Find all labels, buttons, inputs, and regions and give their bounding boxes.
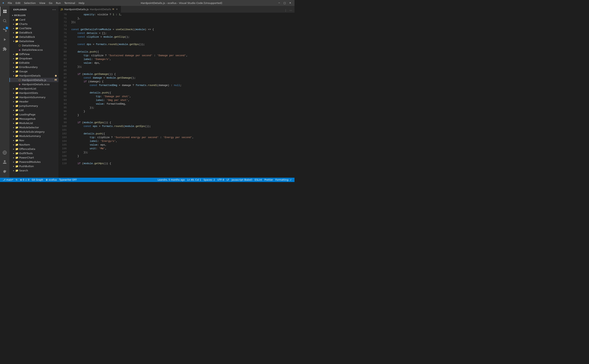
tree-item-label: ModuleSelector [19, 126, 39, 129]
status-remote[interactable]: 🖥 ocellus [44, 178, 58, 182]
sidebar-header: Explorer ··· [9, 6, 59, 13]
tree-item[interactable]: ▸📁Nav [9, 138, 59, 143]
status-errors[interactable]: ⊗ 0 ⚠ 0 [19, 178, 31, 182]
tree-item[interactable]: ▸📁ErrorBoundary [9, 65, 59, 69]
menu-help[interactable]: Help [77, 1, 86, 5]
tree-item[interactable]: ▸📁HardpointSlots [9, 91, 59, 95]
activity-explorer[interactable] [0, 7, 9, 16]
code-content[interactable]: opacity: visible ? 1 : 1, }, }); const g… [68, 13, 294, 178]
tree-item[interactable]: ▸📁LoadingPage [9, 112, 59, 117]
menu-selection[interactable]: Selection [22, 1, 37, 5]
tree-item[interactable]: ▸📁ModuleSummary [9, 134, 59, 138]
tree-item[interactable]: ▸📁ModuleSubcategory [9, 130, 59, 134]
tree-item[interactable]: ▸📁CostTable [9, 26, 59, 30]
tree-item[interactable]: ▸📁DataBlock [9, 30, 59, 35]
tree-item[interactable]: ▾📂DetailsView [9, 39, 59, 43]
tree-root[interactable]: ▾ OCELLUS [9, 13, 59, 17]
menu-run[interactable]: Run [54, 1, 62, 5]
folder-arrow: ▸ [12, 52, 15, 56]
menu-go[interactable]: Go [47, 1, 54, 5]
tree-item[interactable]: ▸📁Header [9, 99, 59, 104]
activity-remote[interactable] [0, 148, 9, 157]
menu-view[interactable]: View [38, 1, 47, 5]
line-number: 101 [59, 128, 67, 132]
tree-item[interactable]: ▸📁OutfitTools [9, 151, 59, 155]
tree-item[interactable]: ▸📁HardpointsSummary [9, 95, 59, 99]
tree-item[interactable]: ▸📁Charts [9, 22, 59, 26]
status-branch[interactable]: ⎇ main* [2, 178, 14, 182]
git-graph-label: Git Graph [32, 178, 43, 181]
tree-item[interactable]: ▸📁ModuleList [9, 121, 59, 125]
tree-item[interactable]: ⬡DetailsView.js [9, 43, 59, 48]
code-line: const eps = formats.round1(module.getEps… [71, 124, 294, 128]
tree-item[interactable]: ▸📁Search [9, 168, 59, 173]
line-number: 79 [59, 46, 67, 50]
status-linter[interactable]: ESLint [253, 178, 263, 182]
status-formatting[interactable]: Formatting: ✓ [274, 178, 293, 182]
tree-item[interactable]: ▸📁List [9, 108, 59, 112]
menu-file[interactable]: File [6, 1, 13, 5]
status-sync[interactable]: ↻ [14, 178, 19, 182]
line-number: 106 [59, 147, 67, 150]
tree-item[interactable]: ⬡HardpointDetails.jsM [9, 78, 59, 82]
folder-icon: 📁 [15, 70, 19, 73]
tree-item[interactable]: ◈DetailsView.scss [9, 48, 59, 52]
close-button[interactable]: ✕ [288, 1, 292, 5]
tree-item[interactable]: ▸📁PushButton [9, 164, 59, 168]
folder-arrow: ▸ [12, 31, 15, 34]
status-formatter[interactable]: Prettier [263, 178, 274, 182]
tree-item[interactable]: ▸📁DiffView [9, 52, 59, 56]
tree-item[interactable]: ▸📁JumpSummary [9, 104, 59, 108]
tree-item[interactable]: ▸📁Dropdown [9, 56, 59, 60]
tree-item[interactable]: ▸📁Editable [9, 60, 59, 65]
tree-item[interactable]: ▾📂HardpointDetails● [9, 73, 59, 78]
status-language[interactable]: Javascript (Babel) [230, 178, 253, 182]
activity-extensions[interactable] [0, 44, 9, 54]
line-number: 93 [59, 98, 67, 102]
status-git-graph[interactable]: Git Graph [31, 178, 44, 182]
status-encoding[interactable]: UTF-8 [216, 178, 225, 182]
tree-item[interactable]: ◈HardpointDetails.scss [9, 82, 59, 86]
tree-item[interactable]: ▸📁ModuleSelector [9, 125, 59, 130]
tree-item[interactable]: ▸📁PowerChart [9, 155, 59, 160]
tree-item[interactable]: ▸📁NavItem [9, 143, 59, 147]
menu-terminal[interactable]: Terminal [63, 1, 77, 5]
sidebar-content[interactable]: ▾ OCELLUS ▸📁Card▸📁Charts▸📁CostTable▸📁Dat… [9, 13, 59, 178]
tree-item[interactable]: ▸📁MessageHub [9, 117, 59, 121]
activity-source-control[interactable]: 1 [0, 26, 9, 35]
split-editor-button[interactable]: ⋮ [284, 8, 288, 13]
tab-close-button[interactable]: × [115, 8, 119, 11]
minimize-button[interactable]: ─ [277, 1, 282, 5]
status-user[interactable]: Leandro, 5 months ago [157, 178, 186, 182]
status-spaces[interactable]: Spaces: 2 [202, 178, 216, 182]
active-tab[interactable]: JS HardpointDetails.js HardpointDetails … [59, 6, 121, 13]
folder-icon: 📁 [15, 134, 19, 137]
folder-icon: 📁 [15, 169, 19, 172]
folder-arrow: ▸ [12, 18, 15, 21]
tree-item[interactable]: ▸📁PoweredModules [9, 160, 59, 164]
menu-edit[interactable]: Edit [14, 1, 22, 5]
tree-item[interactable]: ▸📁DetailsBlock [9, 35, 59, 39]
source-control-badge: 1 [6, 27, 8, 29]
tree-item[interactable]: ▸📁HardpointList [9, 86, 59, 91]
line-numbers: 7071727374757677787980818283848586878889… [59, 13, 68, 178]
folder-icon: 📁 [15, 57, 19, 60]
code-line: tip: 'Damage per shot', [71, 95, 294, 98]
tree-item[interactable]: ▸📁Gauge [9, 69, 59, 73]
activity-account[interactable] [0, 157, 9, 167]
status-line-ending[interactable]: LF [225, 178, 230, 182]
tree-item[interactable]: ▸📁Card [9, 17, 59, 22]
status-position[interactable]: Ln 49, Col 1 [186, 178, 203, 182]
file-scss-icon: ◈ [18, 48, 21, 51]
tree-item[interactable]: ▸📁OffenceData [9, 147, 59, 151]
tree-item-label: Nav [19, 139, 24, 142]
activity-settings[interactable] [0, 167, 9, 176]
activity-search[interactable] [0, 16, 9, 26]
activity-run[interactable] [0, 35, 9, 44]
maximize-button[interactable]: □ [282, 1, 287, 5]
tree-item-label: List [19, 109, 24, 112]
more-actions-button[interactable]: ··· [289, 8, 293, 13]
tree-item-label: DetailsView [19, 40, 34, 43]
status-typewriter[interactable]: Typewriter OFF [58, 178, 78, 182]
sidebar-actions[interactable]: ··· [52, 8, 56, 12]
